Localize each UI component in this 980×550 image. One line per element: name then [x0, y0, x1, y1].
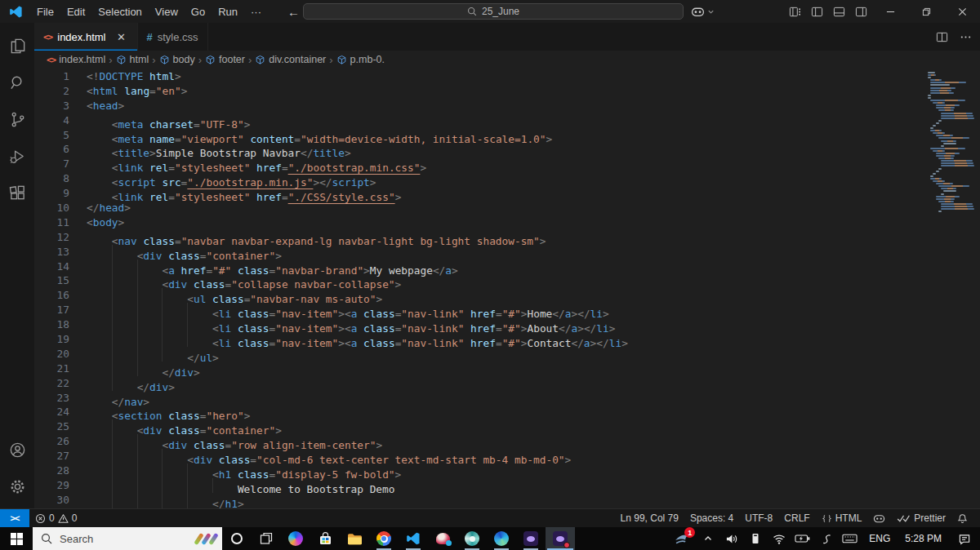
menu-go[interactable]: Go	[185, 0, 212, 23]
menu-selection[interactable]: Selection	[91, 0, 148, 23]
line-number[interactable]: 29	[34, 478, 69, 493]
split-editor-icon[interactable]	[936, 31, 948, 43]
breadcrumb-item-html[interactable]: html	[116, 54, 149, 65]
line-number[interactable]: 6	[34, 142, 69, 157]
copilot-status[interactable]	[867, 509, 891, 527]
line-number[interactable]: 4	[34, 113, 69, 128]
line-number[interactable]: 14	[34, 259, 69, 274]
line-number[interactable]: 22	[34, 376, 69, 391]
app-purple-button[interactable]	[516, 527, 546, 550]
code-line[interactable]: 30</h1>	[34, 493, 926, 508]
code-line[interactable]: 14<a href="#" class="navbar-brand">My we…	[34, 259, 926, 274]
line-number[interactable]: 27	[34, 449, 69, 464]
app-teal-button[interactable]	[457, 527, 487, 550]
line-number[interactable]: 1	[34, 69, 69, 84]
minimap[interactable]	[926, 69, 980, 508]
source-control-icon[interactable]	[0, 101, 34, 138]
action-center-button[interactable]	[949, 527, 980, 550]
breadcrumb-item-div-container[interactable]: div.container	[255, 54, 326, 65]
encoding[interactable]: UTF-8	[739, 509, 778, 527]
code-line[interactable]: 3<head>	[34, 99, 926, 113]
run-debug-icon[interactable]	[0, 138, 34, 175]
code-line[interactable]: 21</div>	[34, 361, 926, 376]
microsoft-store-button[interactable]	[310, 527, 340, 550]
code-line[interactable]: 24<section class="hero">	[34, 405, 926, 419]
line-number[interactable]: 17	[34, 303, 69, 317]
breadcrumb-item-body[interactable]: body	[159, 54, 195, 65]
remote-indicator[interactable]: ><	[0, 509, 29, 527]
code-line[interactable]: 27<div class="col-md-6 text-center text-…	[34, 449, 926, 464]
menu-edit[interactable]: Edit	[60, 0, 91, 23]
toggle-primary-sidebar-icon[interactable]	[806, 0, 828, 23]
code-line[interactable]: 16<ul class="navbar-nav ms-auto">	[34, 288, 926, 303]
battery-button[interactable]	[791, 527, 814, 550]
code-line[interactable]: 1<!DOCTYPE html>	[34, 69, 926, 84]
cortana-button[interactable]	[222, 527, 252, 550]
line-number[interactable]: 28	[34, 464, 69, 478]
line-number[interactable]: 10	[34, 201, 69, 215]
code-line[interactable]: 18<li class="nav-item"><a class="nav-lin…	[34, 317, 926, 332]
line-number[interactable]: 25	[34, 419, 69, 434]
line-number[interactable]: 21	[34, 361, 69, 376]
line-number[interactable]: 19	[34, 332, 69, 347]
app-purple-active-button[interactable]	[546, 527, 575, 550]
language-mode[interactable]: HTML	[816, 509, 868, 527]
menu-more[interactable]: ···	[244, 0, 268, 23]
code-line[interactable]: 12<nav class="navbar navbar-expand-lg na…	[34, 230, 926, 245]
close-tab-icon[interactable]: ✕	[115, 31, 128, 43]
code-line[interactable]: 19<li class="nav-item"><a class="nav-lin…	[34, 332, 926, 347]
code-line[interactable]: 9<link rel="stylesheet" href="./CSS/styl…	[34, 186, 926, 201]
code-line[interactable]: 2<html lang="en">	[34, 84, 926, 99]
toggle-panel-icon[interactable]	[828, 0, 850, 23]
language-indicator[interactable]: ENG	[862, 527, 898, 550]
line-number[interactable]: 9	[34, 186, 69, 201]
code-line-partial[interactable]: 31<p class="lead">	[34, 508, 926, 508]
app-pink-button[interactable]	[428, 527, 457, 550]
menu-view[interactable]: View	[149, 0, 185, 23]
task-view-button[interactable]	[252, 527, 281, 550]
line-number[interactable]: 24	[34, 405, 69, 419]
code-line[interactable]: 7<link rel="stylesheet" href="./bootstra…	[34, 157, 926, 171]
volume-button[interactable]	[719, 527, 743, 550]
line-number[interactable]: 12	[34, 230, 69, 245]
back-arrow-icon[interactable]: ←	[287, 5, 300, 19]
more-actions-icon[interactable]	[960, 31, 972, 43]
copilot-menu[interactable]	[691, 0, 715, 23]
line-number[interactable]: 18	[34, 317, 69, 332]
indentation[interactable]: Spaces: 4	[684, 509, 739, 527]
line-number[interactable]: 8	[34, 171, 69, 186]
code-line[interactable]: 26<div class="row align-item-center">	[34, 434, 926, 449]
problems-status[interactable]: 0 0	[29, 509, 82, 527]
menu-file[interactable]: File	[30, 0, 60, 23]
line-number[interactable]: 31	[34, 508, 69, 508]
taskbar-search-box[interactable]: Search	[33, 527, 222, 550]
restore-button[interactable]	[908, 0, 944, 23]
tray-app-button[interactable]: 1	[668, 527, 696, 550]
customize-layout-icon[interactable]	[784, 0, 806, 23]
tab-index-html[interactable]: <> index.html ✕	[34, 23, 138, 51]
code-line[interactable]: 15<div class="collapse navbar-collapse">	[34, 273, 926, 288]
vscode-button[interactable]	[399, 527, 428, 550]
pen-button[interactable]	[814, 527, 838, 550]
line-number[interactable]: 7	[34, 157, 69, 171]
touch-keyboard-button[interactable]	[838, 527, 862, 550]
explorer-icon[interactable]	[0, 28, 34, 64]
line-number[interactable]: 20	[34, 347, 69, 361]
code-line[interactable]: 11<body>	[34, 215, 926, 230]
line-number[interactable]: 13	[34, 245, 69, 259]
edge-button[interactable]	[487, 527, 516, 550]
copilot-taskbar-button[interactable]	[281, 527, 310, 550]
line-number[interactable]: 5	[34, 128, 69, 143]
search-sidebar-icon[interactable]	[0, 64, 34, 101]
code-line[interactable]: 29Welcome to Bootstrap Demo	[34, 478, 926, 493]
line-number[interactable]: 16	[34, 288, 69, 303]
code-area[interactable]: 1<!DOCTYPE html>2<html lang="en">3<head>…	[34, 69, 926, 508]
code-line[interactable]: 22</div>	[34, 376, 926, 391]
code-line[interactable]: 17<li class="nav-item"><a class="nav-lin…	[34, 303, 926, 317]
code-line[interactable]: 5<meta name="viewport" content="width=de…	[34, 128, 926, 143]
line-number[interactable]: 3	[34, 99, 69, 113]
notifications-bell[interactable]	[951, 509, 973, 527]
file-explorer-button[interactable]	[340, 527, 369, 550]
extensions-icon[interactable]	[0, 175, 34, 211]
formatter-status[interactable]: Prettier	[891, 509, 951, 527]
